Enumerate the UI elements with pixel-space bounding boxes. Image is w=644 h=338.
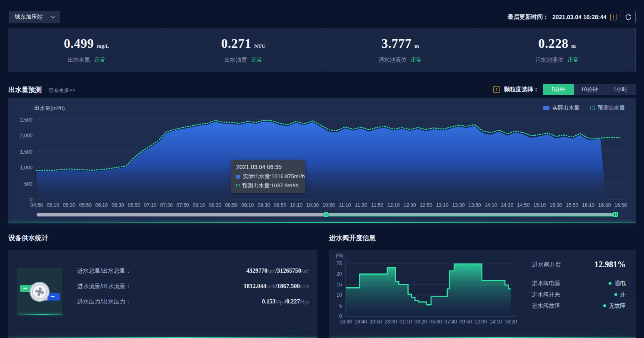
valve-power-status: 通电	[609, 280, 626, 287]
valve-switch-label: 进水阀开关	[532, 291, 560, 298]
svg-text:2,500: 2,500	[20, 117, 32, 123]
svg-text:07:50: 07:50	[176, 202, 189, 208]
status-dot-icon	[609, 282, 612, 285]
refresh-button[interactable]	[621, 11, 636, 23]
svg-text:0: 0	[339, 313, 342, 319]
svg-text:15:10: 15:10	[533, 202, 546, 208]
granularity-group: 5分钟 10分钟 1小时	[543, 84, 636, 95]
kpi-value: 3.777	[382, 36, 412, 51]
granularity-1hour-button[interactable]: 1小时	[605, 84, 636, 95]
tooltip-predicted-text: 预测出水量:1037.9m³/h	[242, 182, 298, 189]
kpi-label: 出水余氯	[67, 57, 90, 63]
granularity-10min-button[interactable]: 10分钟	[574, 84, 605, 95]
dashboard-page: 城东加压站 最后更新时间： 2021.03.04 16:28:44 ! 0.49…	[0, 0, 644, 338]
kpi-unit: m	[414, 43, 419, 50]
valve-opening-value: 12.981%	[594, 260, 626, 269]
view-more-link[interactable]: 查看更多>>	[48, 87, 75, 94]
svg-text:01:10: 01:10	[399, 319, 412, 325]
svg-text:11:50: 11:50	[371, 202, 383, 208]
tooltip-actual-text: 实际出水量:1016.875m³/h	[243, 173, 305, 180]
svg-text:12:50: 12:50	[420, 202, 432, 208]
device-stats: 进水总量/出水总量： 4329770km³/31265750km³ 进水流量/出…	[77, 267, 309, 313]
stat-row-total: 进水总量/出水总量： 4329770km³/31265750km³	[77, 267, 309, 283]
datazoom-selected-range[interactable]	[326, 213, 617, 216]
svg-text:08:30: 08:30	[209, 202, 221, 208]
svg-text:07:10: 07:10	[144, 202, 157, 208]
kpi-row: 0.499mg/L 出水余氯正常 0.271NTU 出水浊度正常 3.777m …	[8, 28, 636, 72]
svg-text:07:30: 07:30	[160, 202, 173, 208]
granularity-box: ! 颗粒度选择： 5分钟 10分钟 1小时	[493, 84, 636, 95]
svg-text:0: 0	[30, 197, 32, 203]
datazoom-left-handle[interactable]	[324, 212, 328, 217]
datazoom-right-handle[interactable]	[613, 212, 618, 217]
device-section-title: 设备供水统计	[8, 234, 48, 243]
granularity-warning-icon[interactable]: !	[493, 86, 500, 93]
stat-row-flow: 进水流量/出水流量： 1812.044m³/h/1867.500m³/h	[77, 283, 309, 298]
svg-text:23:00: 23:00	[384, 319, 397, 325]
svg-text:09:50: 09:50	[459, 319, 472, 325]
svg-text:06:30: 06:30	[112, 202, 124, 208]
svg-text:09:50: 09:50	[274, 202, 286, 208]
kpi-unit: NTU	[254, 43, 265, 50]
kpi-label: 出水浊度	[225, 57, 247, 63]
stat-value: 0.153Mpa/0.227Mpa	[262, 298, 309, 305]
pump-card-glow	[17, 314, 62, 315]
valve-panel: 0510152025(%)16:3018:4020:5023:0001:1003…	[329, 250, 636, 338]
granularity-5min-button[interactable]: 5分钟	[543, 84, 574, 95]
svg-text:12:00: 12:00	[474, 319, 487, 325]
svg-text:15: 15	[337, 282, 342, 288]
svg-text:16:30: 16:30	[598, 202, 611, 208]
svg-text:10:10: 10:10	[290, 202, 302, 208]
svg-text:11:30: 11:30	[355, 202, 367, 208]
kpi-value: 0.228	[538, 36, 568, 51]
svg-text:06:50: 06:50	[128, 202, 140, 208]
kpi-unit: mg/L	[97, 43, 110, 50]
svg-text:03:20: 03:20	[414, 319, 427, 325]
svg-text:12:10: 12:10	[387, 202, 400, 208]
svg-text:1,000: 1,000	[20, 165, 32, 171]
device-supply-panel: 进水总量/出水总量： 4329770km³/31265750km³ 进水流量/出…	[8, 250, 317, 338]
panel-glow-line	[8, 222, 636, 223]
kpi-turbidity: 0.271NTU 出水浊度正常	[165, 28, 322, 72]
svg-text:08:10: 08:10	[192, 202, 205, 208]
svg-text:13:50: 13:50	[468, 202, 481, 208]
refresh-icon	[624, 13, 632, 21]
svg-text:08:50: 08:50	[225, 202, 237, 208]
tooltip-actual-marker	[236, 175, 240, 179]
svg-text:14:10: 14:10	[489, 319, 502, 325]
svg-text:16:50: 16:50	[614, 202, 627, 208]
topbar-right: 最后更新时间： 2021.03.04 16:28:44 !	[508, 11, 636, 23]
station-select[interactable]: 城东加压站	[9, 11, 60, 23]
valve-section-title: 进水阀开度信息	[329, 234, 376, 243]
datazoom-slider[interactable]	[37, 212, 617, 218]
svg-text:10:30: 10:30	[306, 202, 319, 208]
svg-text:16:30: 16:30	[339, 319, 352, 325]
kpi-label: 清水池液位	[379, 57, 407, 63]
topbar: 城东加压站 最后更新时间： 2021.03.04 16:28:44 !	[0, 0, 644, 26]
kpi-status: 正常	[568, 57, 579, 63]
svg-text:1,500: 1,500	[20, 149, 32, 155]
warning-icon[interactable]: !	[610, 14, 617, 20]
svg-text:500: 500	[24, 181, 32, 187]
svg-text:05:30: 05:30	[63, 202, 75, 208]
svg-text:15:50: 15:50	[566, 202, 578, 208]
svg-text:11:10: 11:10	[339, 202, 351, 208]
status-dot-icon	[603, 304, 606, 307]
svg-text:10: 10	[337, 292, 342, 298]
valve-opening-label: 进水阀开度	[532, 261, 561, 268]
forecast-head: 出水量预测 查看更多>> ! 颗粒度选择： 5分钟 10分钟 1小时	[8, 84, 636, 96]
svg-text:10:50: 10:50	[322, 202, 335, 208]
svg-text:(%): (%)	[336, 253, 344, 258]
outflow-chart-panel: 出水量(m³/h) 实际出水量 预测出水量	[8, 98, 636, 223]
granularity-label: 颗粒度选择：	[504, 86, 539, 93]
kpi-clean-tank-level: 3.777m 清水池液位正常	[322, 28, 479, 72]
pump-icon	[17, 268, 62, 314]
svg-text:14:50: 14:50	[517, 202, 529, 208]
kpi-unit: m	[571, 43, 576, 50]
valve-power-label: 进水阀电源	[532, 280, 560, 287]
svg-text:20: 20	[337, 271, 342, 277]
svg-text:5: 5	[339, 303, 342, 309]
chart-tooltip: 2021.03.04 06:35 实际出水量:1016.875m³/h 预测出水…	[231, 160, 305, 193]
svg-text:09:10: 09:10	[241, 202, 254, 208]
svg-text:07:40: 07:40	[444, 319, 457, 325]
